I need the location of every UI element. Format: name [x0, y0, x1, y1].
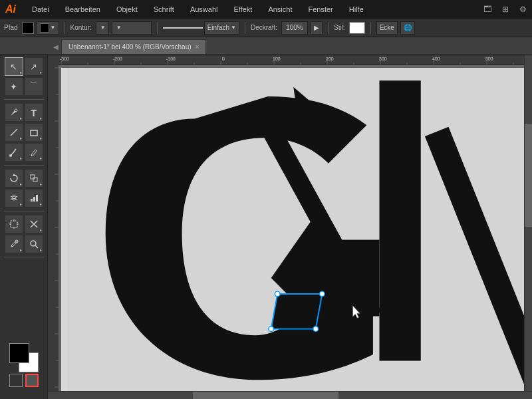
- lasso-icon: ⌒: [29, 80, 38, 92]
- menu-fenster[interactable]: Fenster: [305, 4, 335, 15]
- selection-tool-arrow: ▸: [20, 70, 22, 74]
- einfach-arrow: ▼: [231, 25, 236, 31]
- type-tool[interactable]: T ▸: [25, 103, 43, 122]
- einfach-dropdown[interactable]: Einfach ▼: [204, 21, 239, 35]
- graph-icon: [29, 194, 39, 203]
- menu-auswahl[interactable]: Auswahl: [188, 4, 221, 15]
- svg-point-3: [9, 154, 12, 157]
- paintbrush-tool-arrow: ▸: [20, 156, 22, 160]
- artboard-tool[interactable]: [5, 215, 23, 233]
- ecke-btn[interactable]: Ecke: [376, 21, 398, 35]
- graph-tool[interactable]: ▸: [25, 189, 43, 207]
- menu-schrift[interactable]: Schrift: [151, 4, 177, 15]
- svg-text:400: 400: [432, 57, 440, 61]
- kontur-style-dropdown[interactable]: ▼: [112, 21, 152, 35]
- path-label: Pfad: [4, 24, 18, 31]
- menu-objekt[interactable]: Objekt: [114, 4, 140, 15]
- type-icon: T: [31, 107, 37, 118]
- svg-marker-64: [271, 294, 323, 329]
- tab-close-btn[interactable]: ×: [196, 43, 200, 51]
- line-icon: [9, 128, 19, 137]
- svg-rect-8: [31, 199, 33, 201]
- warp-tool-arrow: ▸: [20, 201, 22, 206]
- menu-bearbeiten[interactable]: Bearbeiten: [63, 4, 103, 15]
- selection-tool[interactable]: ↖ ▸: [5, 57, 23, 76]
- separator-3: [245, 22, 245, 34]
- tool-divider-4: [4, 257, 44, 257]
- minimize-icon[interactable]: 🗔: [483, 5, 491, 14]
- separator-4: [328, 22, 329, 34]
- stroke-color-dropdown[interactable]: ▼: [37, 21, 59, 35]
- slice-tool[interactable]: ▸: [25, 215, 43, 233]
- direct-selection-icon: ↗: [30, 62, 37, 72]
- scrollbar-horizontal-thumb[interactable]: [193, 392, 338, 399]
- kontur-style-arrow: ▼: [116, 25, 122, 31]
- tabbar: ◀ Unbenannt-1* bei 400 % (RGB/Vorschau) …: [0, 37, 532, 55]
- stroke-box-1[interactable]: [9, 374, 23, 387]
- direct-selection-tool[interactable]: ↗ ▸: [25, 57, 43, 76]
- scale-tool[interactable]: ▸: [25, 169, 43, 188]
- rotate-tool[interactable]: ▸: [5, 169, 23, 188]
- deckraft-more-btn[interactable]: ▶: [311, 21, 323, 35]
- paintbrush-tool[interactable]: ▸: [5, 143, 23, 162]
- scrollbar-vertical[interactable]: [524, 55, 532, 399]
- rectangle-tool-arrow: ▸: [40, 136, 42, 140]
- magic-wand-icon: ✦: [10, 82, 17, 92]
- menu-hilfe[interactable]: Hilfe: [346, 4, 366, 15]
- ecke-label: Ecke: [380, 24, 394, 31]
- stil-swatch[interactable]: [349, 22, 365, 34]
- svg-rect-10: [36, 195, 38, 201]
- pen-tool-arrow: ▸: [20, 116, 22, 120]
- rectangle-icon: [29, 128, 39, 137]
- scale-tool-arrow: ▸: [40, 182, 42, 186]
- lasso-tool[interactable]: ⌒: [25, 77, 43, 96]
- menu-effekt[interactable]: Effekt: [231, 4, 255, 15]
- stroke-boxes: [9, 374, 39, 387]
- tool-row-1: ↖ ▸ ↗ ▸: [5, 57, 43, 76]
- warp-tool[interactable]: ▸: [5, 189, 23, 207]
- line-tool-arrow: ▸: [20, 136, 22, 140]
- pencil-tool[interactable]: ▸: [25, 143, 43, 162]
- deckraft-value[interactable]: 100%: [281, 21, 308, 35]
- line-tool[interactable]: ▸: [5, 123, 23, 142]
- foreground-color-swatch[interactable]: [9, 343, 29, 363]
- svg-text:-300: -300: [60, 57, 69, 61]
- artwork-svg: [61, 68, 532, 399]
- kontur-dropdown[interactable]: ▼: [96, 21, 109, 35]
- rectangle-tool[interactable]: ▸: [25, 123, 43, 142]
- slice-tool-arrow: ▸: [40, 227, 42, 232]
- tool-row-5: ▸ ▸: [5, 143, 43, 162]
- eyedropper-icon: [9, 239, 19, 249]
- zoom-tool[interactable]: ▸: [25, 235, 43, 253]
- stil-label: Stil:: [334, 24, 345, 31]
- rotate-icon: [9, 174, 19, 183]
- fill-swatch[interactable]: [22, 22, 34, 34]
- eyedropper-tool[interactable]: ▸: [5, 235, 23, 253]
- options-toolbar: Pfad ▼ Kontur: ▼ ▼ Einfach ▼ Deckraft: 1…: [0, 19, 532, 37]
- web-icon-btn[interactable]: 🌐: [400, 21, 415, 35]
- document-canvas[interactable]: [61, 68, 532, 399]
- svg-text:100: 100: [273, 57, 281, 61]
- kontur-arrow: ▼: [100, 25, 106, 31]
- svg-text:200: 200: [326, 57, 334, 61]
- tool-row-2: ✦ ⌒: [5, 77, 43, 96]
- settings-icon[interactable]: ⚙: [519, 5, 527, 14]
- tool-row-4: ▸ ▸: [5, 123, 43, 142]
- pen-tool[interactable]: ▸: [5, 103, 23, 122]
- magic-wand-tool[interactable]: ✦: [5, 77, 23, 96]
- scrollbar-horizontal[interactable]: [48, 391, 532, 399]
- panel-collapse-arrow[interactable]: ◀: [53, 43, 59, 51]
- menu-datei[interactable]: Datei: [29, 4, 52, 15]
- line-preview: [163, 27, 203, 29]
- canvas-area[interactable]: -300 -200 -100 0 100 200 300 400: [48, 55, 532, 399]
- stroke-dropdown-arrow: ▼: [51, 25, 56, 31]
- zoom-icon: [29, 239, 39, 249]
- svg-rect-6: [33, 178, 37, 182]
- menu-ansicht[interactable]: Ansicht: [265, 4, 295, 15]
- line-style-area: Einfach ▼: [163, 21, 239, 35]
- document-tab[interactable]: Unbenannt-1* bei 400 % (RGB/Vorschau) ×: [61, 39, 206, 54]
- svg-text:-100: -100: [166, 57, 176, 61]
- scrollbar-vertical-thumb[interactable]: [525, 124, 532, 227]
- stroke-box-2[interactable]: [25, 374, 39, 387]
- arrange-icon[interactable]: ⊞: [502, 5, 509, 14]
